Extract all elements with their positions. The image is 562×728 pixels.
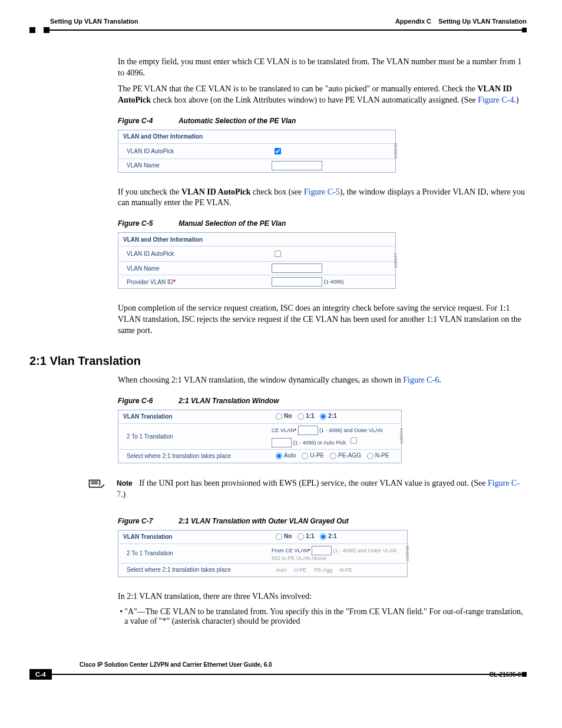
fig-c7-select-label: Select where 2:1 translation takes place (118, 563, 267, 577)
fig-c6-opt11: 1:1 (306, 413, 314, 420)
fig-c4-autopick-label: VLAN ID AutoPick (118, 143, 267, 159)
fig-c4-num: Figure C-4 (118, 117, 177, 125)
fig-c6-select-label: Select where 2:1 translation takes place (118, 449, 267, 463)
fig-c6-radio-row: No 1:1 2:1 (267, 410, 401, 424)
figure-c5-caption: Figure C-5 Manual Selection of the PE Vl… (118, 219, 527, 228)
fig-c7-2to1-label: 2 To 1 Translation (118, 543, 267, 563)
fig-c7-radio-21[interactable] (320, 533, 326, 540)
body-content: In the empty field, you must enter which… (118, 57, 527, 337)
fig-c7-select-row: Auto U-PE PE-Agg N-PE (267, 563, 407, 577)
footer-page: C-4 (29, 669, 52, 680)
fig-c5-vlanname-input[interactable] (272, 263, 322, 273)
fig-c4-vlanname-label: VLAN Name (118, 159, 267, 172)
page-footer: Cisco IP Solution Center L2VPN and Carri… (29, 661, 527, 678)
fig-c5-range: (1-4096) (324, 279, 344, 285)
fig-c7-radio-11[interactable] (297, 533, 304, 540)
fig-c4-autopick-checkbox[interactable] (275, 148, 281, 154)
figure-c6-box: 138544 VLAN Translation No 1:1 2:1 2 To … (118, 410, 402, 463)
fig-c6-range1: (1 - 4096) and Outer VLAN (319, 427, 383, 433)
page-header: Setting Up VLAN Translation Appendix C S… (29, 18, 527, 25)
fig-c6-auto: Auto (284, 453, 296, 459)
paragraph-4: Upon completion of the service request c… (118, 303, 527, 337)
p5a: When choosing 2:1 VLAN translation, the … (118, 375, 403, 384)
fig-c6-radio-21[interactable] (320, 413, 326, 420)
fig-c6-npe: N-PE (375, 453, 389, 459)
header-rule (29, 27, 527, 33)
paragraph-6: In 2:1 VLAN translation, there are three… (118, 591, 527, 602)
fig-c6-head: VLAN Translation (118, 410, 267, 424)
bullet-1: • "A"—The CE VLAN to be translated from.… (118, 607, 527, 626)
p5b: . (439, 375, 441, 384)
fig-c5-num: Figure C-5 (118, 219, 177, 228)
fig-c6-2to1-cell: CE VLAN* (1 - 4096) and Outer VLAN (1 - … (267, 423, 401, 449)
fig-c5-autopick-checkbox[interactable] (275, 251, 281, 257)
note-text1: If the UNI port has been provisioned wit… (139, 479, 488, 487)
fig-c4-vlanname-input[interactable] (272, 161, 322, 170)
fig-c5-title: Manual Selection of the PE Vlan (178, 219, 286, 228)
fig-c7-ce-input[interactable] (312, 546, 332, 555)
note-label: Note (117, 479, 133, 487)
fig-c7-num: Figure C-7 (118, 517, 177, 525)
fig-c7-auto: Auto (276, 567, 287, 573)
fig-c7-upe: U-PE (294, 567, 307, 573)
footer-title: Cisco IP Solution Center L2VPN and Carri… (29, 661, 527, 668)
fig-c4-title: Automatic Selection of the PE Vlan (178, 117, 296, 125)
fig-c6-radio-11[interactable] (297, 413, 304, 420)
fig-c6-upe: U-PE (310, 453, 324, 459)
header-appendix: Appendix C (395, 18, 431, 25)
fig-c7-radio-row: No 1:1 2:1 (267, 531, 407, 544)
note-icon (88, 478, 111, 493)
fig-c7-ce-label: From CE VLAN (272, 548, 308, 554)
paragraph-5: When choosing 2:1 VLAN translation, the … (118, 375, 527, 386)
header-left: Setting Up VLAN Translation (29, 18, 138, 25)
fig-c7-opt11: 1:1 (306, 533, 314, 539)
fig-c6-peagg: PE-AGG (338, 453, 361, 459)
figure-c5-link[interactable]: Figure C-5 (304, 187, 340, 196)
paragraph-1: In the empty field, you must enter which… (118, 57, 527, 79)
fig-c4-head: VLAN and Other Information (118, 130, 395, 144)
fig-c6-outer-input[interactable] (272, 438, 292, 447)
fig-c5-provider-input[interactable] (272, 277, 322, 286)
fig-c7-peagg: PE-Agg (314, 567, 332, 573)
figure-c4-link[interactable]: Figure C-4 (478, 95, 514, 104)
figure-c7-caption: Figure C-7 2:1 VLAN Translation with Out… (118, 517, 527, 525)
footer-bar: C-4 (29, 669, 527, 680)
after-note-content: Figure C-7 2:1 VLAN Translation with Out… (118, 517, 527, 626)
fig-c6-radio-upe[interactable] (302, 453, 308, 459)
fig-c6-id: 138544 (399, 429, 404, 444)
section-21-content: When choosing 2:1 VLAN translation, the … (118, 375, 527, 463)
fig-c6-opt21: 2:1 (328, 413, 336, 420)
fig-c6-optno: No (284, 413, 292, 420)
fig-c6-num: Figure C-6 (118, 397, 177, 405)
fig-c6-2to1-label: 2 To 1 Translation (118, 423, 267, 449)
fig-c6-autopick-checkbox[interactable] (351, 437, 357, 444)
fig-c6-ce-input[interactable] (298, 426, 318, 435)
p3a: If you uncheck the (118, 187, 181, 196)
fig-c6-radio-npe[interactable] (367, 453, 373, 459)
fig-c6-ce-label: CE VLAN (272, 427, 295, 433)
fig-c7-2to1-cell: From CE VLAN* (1 - 4096) and Outer VLAN … (267, 543, 407, 563)
figure-c5-box: 138547 VLAN and Other Information VLAN I… (118, 232, 396, 289)
fig-c5-vlanname-label: VLAN Name (118, 262, 267, 275)
fig-c7-optno: No (284, 533, 292, 539)
fig-c7-radio-no[interactable] (276, 533, 282, 540)
fig-c6-radio-no[interactable] (276, 413, 282, 420)
note-paragraph: Note If the UNI port has been provisione… (117, 478, 527, 500)
figure-c6-link[interactable]: Figure C-6 (403, 375, 439, 384)
p2b: check box above (on the Link Attributes … (151, 95, 478, 104)
fig-c6-radio-peagg[interactable] (330, 453, 336, 459)
figure-c4-box: 138546 VLAN and Other Information VLAN I… (118, 130, 396, 173)
fig-c7-title: 2:1 VLAN Translation with Outer VLAN Gra… (178, 517, 349, 525)
fig-c5-id: 138547 (393, 253, 398, 269)
header-right: Appendix C Setting Up VLAN Translation (395, 18, 527, 25)
figure-c6-caption: Figure C-6 2:1 VLAN Translation Window (118, 397, 527, 405)
fig-c5-head: VLAN and Other Information (118, 233, 395, 246)
p2c: .) (514, 95, 518, 104)
fig-c7-npe: N-PE (340, 567, 353, 573)
paragraph-3: If you uncheck the VLAN ID AutoPick chec… (118, 187, 527, 209)
fig-c4-id: 138546 (393, 143, 398, 159)
fig-c6-radio-auto[interactable] (276, 453, 282, 459)
fig-c7-opt21: 2:1 (328, 533, 336, 539)
p3bold: VLAN ID AutoPick (181, 187, 250, 196)
bullet-dot: • (118, 607, 124, 626)
